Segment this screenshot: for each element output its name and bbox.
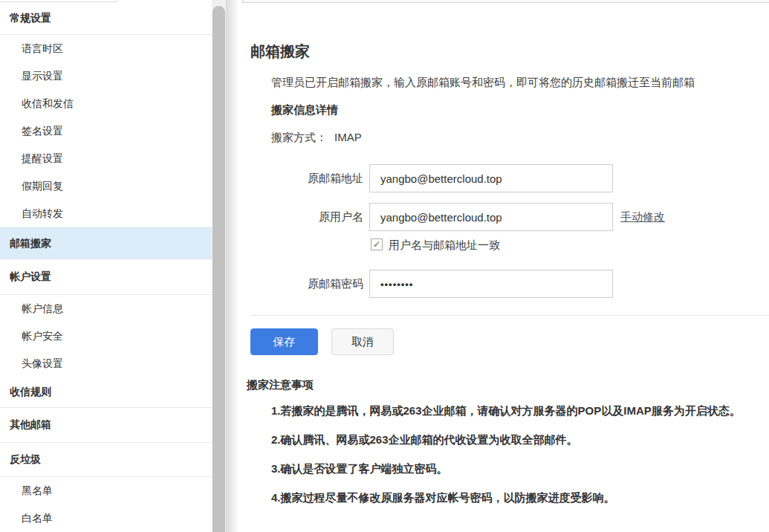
panel-shadow: [226, 0, 239, 532]
manual-edit-link[interactable]: 手动修改: [620, 210, 665, 224]
sidebar-item-avatar-settings[interactable]: 头像设置: [0, 350, 212, 377]
page-title: 邮箱搬家: [250, 42, 310, 62]
sidebar-item-vacation-reply[interactable]: 假期回复: [0, 172, 212, 200]
username-same-as-email-label: 用户名与邮箱地址一致: [389, 239, 500, 253]
original-username-input[interactable]: [369, 203, 613, 231]
note-item: 3.确认是否设置了客户端独立密码。: [271, 463, 741, 475]
sidebar-item-anti-spam[interactable]: 反垃圾: [0, 443, 212, 477]
original-password-input[interactable]: [369, 270, 613, 298]
sidebar-item-whitelist[interactable]: 白名单: [0, 505, 212, 532]
migration-notes-list: 1.若搬家的是腾讯，网易或263企业邮箱，请确认对方服务器的POP以及IMAP服…: [271, 405, 741, 521]
sidebar-scrollbar-thumb[interactable]: [212, 6, 225, 532]
note-item: 2.确认腾讯、网易或263企业邮箱的代收设置为收取全部邮件。: [271, 434, 741, 446]
sidebar-scrollbar-track[interactable]: [212, 0, 226, 532]
sidebar-item-auto-forward[interactable]: 自动转发: [0, 200, 212, 227]
sidebar-item-other-mailboxes[interactable]: 其他邮箱: [0, 408, 212, 443]
sidebar-item-mail-migration-selected[interactable]: 邮箱搬家: [0, 227, 212, 259]
password-label: 原邮箱密码: [250, 277, 363, 291]
sidebar-item-send-receive[interactable]: 收信和发信: [0, 90, 212, 117]
sidebar-item-general-settings[interactable]: 常规设置: [0, 2, 212, 35]
migration-details-heading: 搬家信息详情: [271, 103, 338, 117]
cancel-button[interactable]: 取消: [331, 328, 394, 355]
migration-description: 管理员已开启邮箱搬家，输入原邮箱账号和密码，即可将您的历史邮箱搬迁至当前邮箱: [271, 76, 695, 90]
settings-page: 常规设置 语言时区 显示设置 收信和发信 签名设置 提醒设置 假期回复 自动转发…: [0, 0, 769, 532]
sidebar-item-receive-rules[interactable]: 收信规则: [0, 377, 212, 408]
section-divider: [250, 315, 769, 316]
top-toolbar-cutoff: [242, 0, 769, 3]
original-email-input[interactable]: [369, 164, 613, 192]
username-same-as-email-checkbox[interactable]: ✓: [371, 239, 383, 250]
sidebar-item-blacklist[interactable]: 黑名单: [0, 477, 212, 505]
migration-notes-heading: 搬家注意事项: [247, 378, 314, 392]
sidebar-item-reminder[interactable]: 提醒设置: [0, 145, 212, 172]
sidebar-item-account-settings[interactable]: 帐户设置: [0, 259, 212, 295]
sidebar-item-display-settings[interactable]: 显示设置: [0, 62, 212, 90]
sidebar-item-language-timezone[interactable]: 语言时区: [0, 35, 212, 62]
sidebar-item-account-security[interactable]: 帐户安全: [0, 322, 212, 350]
migration-method-label: 搬家方式：: [271, 131, 327, 143]
username-label: 原用户名: [250, 210, 363, 224]
settings-sidebar: 常规设置 语言时区 显示设置 收信和发信 签名设置 提醒设置 假期回复 自动转发…: [0, 0, 212, 532]
sidebar-item-account-info[interactable]: 帐户信息: [0, 295, 212, 322]
email-address-label: 原邮箱地址: [250, 172, 363, 186]
note-item: 1.若搬家的是腾讯，网易或263企业邮箱，请确认对方服务器的POP以及IMAP服…: [271, 405, 741, 417]
note-item: 4.搬家过程尽量不修改原服务器对应帐号密码，以防搬家进度受影响。: [271, 492, 741, 504]
sidebar-item-signature[interactable]: 签名设置: [0, 117, 212, 145]
save-button[interactable]: 保存: [250, 328, 318, 355]
migration-method-value: IMAP: [334, 131, 362, 143]
migration-method-row: 搬家方式：IMAP: [271, 131, 362, 145]
